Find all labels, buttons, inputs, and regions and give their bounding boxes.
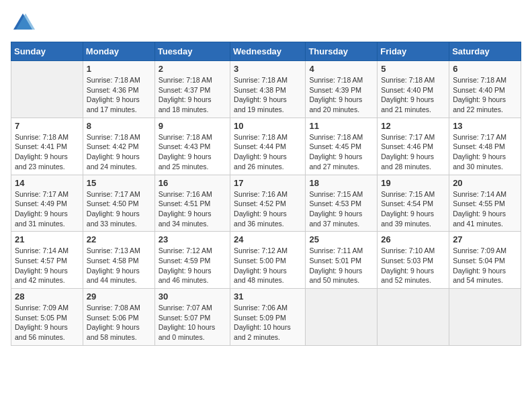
- day-info: Sunrise: 7:17 AMSunset: 4:48 PMDaylight:…: [453, 132, 517, 172]
- calendar-cell: 9Sunrise: 7:18 AMSunset: 4:43 PMDaylight…: [154, 118, 230, 175]
- calendar-cell: 24Sunrise: 7:12 AMSunset: 5:00 PMDayligh…: [230, 232, 306, 289]
- calendar-week-3: 14Sunrise: 7:17 AMSunset: 4:49 PMDayligh…: [11, 175, 521, 232]
- day-number: 26: [381, 234, 445, 244]
- day-info: Sunrise: 7:13 AMSunset: 4:58 PMDaylight:…: [87, 246, 151, 285]
- calendar-cell: 13Sunrise: 7:17 AMSunset: 4:48 PMDayligh…: [449, 118, 521, 175]
- day-number: 13: [453, 121, 517, 131]
- calendar-cell: 30Sunrise: 7:07 AMSunset: 5:07 PMDayligh…: [154, 289, 230, 346]
- day-info: Sunrise: 7:18 AMSunset: 4:41 PMDaylight:…: [15, 132, 79, 172]
- day-info: Sunrise: 7:18 AMSunset: 4:40 PMDaylight:…: [381, 75, 445, 115]
- calendar-cell: 8Sunrise: 7:18 AMSunset: 4:42 PMDaylight…: [83, 118, 154, 175]
- day-number: 27: [453, 234, 517, 244]
- calendar-cell: 1Sunrise: 7:18 AMSunset: 4:36 PMDaylight…: [83, 61, 154, 118]
- calendar-cell: 12Sunrise: 7:17 AMSunset: 4:46 PMDayligh…: [378, 118, 449, 175]
- day-number: 4: [309, 64, 373, 74]
- calendar-cell: 31Sunrise: 7:06 AMSunset: 5:09 PMDayligh…: [230, 289, 306, 346]
- header-thursday: Thursday: [306, 42, 378, 61]
- day-number: 21: [15, 234, 79, 244]
- day-number: 1: [87, 64, 151, 74]
- calendar-cell: 26Sunrise: 7:10 AMSunset: 5:03 PMDayligh…: [378, 232, 449, 289]
- day-number: 16: [159, 178, 226, 188]
- calendar-cell: 4Sunrise: 7:18 AMSunset: 4:39 PMDaylight…: [306, 61, 378, 118]
- calendar-cell: 10Sunrise: 7:18 AMSunset: 4:44 PMDayligh…: [230, 118, 306, 175]
- day-number: 7: [15, 121, 79, 131]
- calendar-cell: [449, 289, 521, 346]
- calendar-week-5: 28Sunrise: 7:09 AMSunset: 5:05 PMDayligh…: [11, 289, 521, 346]
- calendar-cell: 7Sunrise: 7:18 AMSunset: 4:41 PMDaylight…: [11, 118, 83, 175]
- header-monday: Monday: [83, 42, 154, 61]
- day-number: 3: [234, 64, 302, 74]
- day-info: Sunrise: 7:18 AMSunset: 4:40 PMDaylight:…: [453, 75, 517, 115]
- calendar-cell: 20Sunrise: 7:14 AMSunset: 4:55 PMDayligh…: [449, 175, 521, 232]
- header-tuesday: Tuesday: [154, 42, 230, 61]
- day-info: Sunrise: 7:18 AMSunset: 4:37 PMDaylight:…: [159, 75, 226, 115]
- day-info: Sunrise: 7:17 AMSunset: 4:46 PMDaylight:…: [381, 132, 445, 172]
- page-header: [11, 11, 521, 35]
- day-info: Sunrise: 7:18 AMSunset: 4:44 PMDaylight:…: [234, 132, 302, 172]
- day-number: 15: [87, 178, 151, 188]
- day-number: 29: [87, 291, 151, 302]
- day-number: 25: [309, 234, 373, 244]
- calendar-cell: 23Sunrise: 7:12 AMSunset: 4:59 PMDayligh…: [154, 232, 230, 289]
- day-info: Sunrise: 7:08 AMSunset: 5:06 PMDaylight:…: [87, 303, 151, 342]
- day-info: Sunrise: 7:09 AMSunset: 5:04 PMDaylight:…: [453, 246, 517, 285]
- day-info: Sunrise: 7:09 AMSunset: 5:05 PMDaylight:…: [15, 303, 79, 342]
- day-info: Sunrise: 7:16 AMSunset: 4:52 PMDaylight:…: [234, 189, 302, 229]
- day-number: 30: [159, 291, 226, 302]
- header-saturday: Saturday: [449, 42, 521, 61]
- calendar-cell: 22Sunrise: 7:13 AMSunset: 4:58 PMDayligh…: [83, 232, 154, 289]
- calendar-table: SundayMondayTuesdayWednesdayThursdayFrid…: [11, 42, 521, 346]
- calendar-cell: [11, 61, 83, 118]
- day-info: Sunrise: 7:18 AMSunset: 4:43 PMDaylight:…: [159, 132, 226, 172]
- calendar-cell: 16Sunrise: 7:16 AMSunset: 4:51 PMDayligh…: [154, 175, 230, 232]
- header-friday: Friday: [378, 42, 449, 61]
- day-number: 28: [15, 291, 79, 302]
- day-info: Sunrise: 7:12 AMSunset: 5:00 PMDaylight:…: [234, 246, 302, 285]
- calendar-cell: 28Sunrise: 7:09 AMSunset: 5:05 PMDayligh…: [11, 289, 83, 346]
- day-info: Sunrise: 7:16 AMSunset: 4:51 PMDaylight:…: [159, 189, 226, 229]
- day-number: 18: [309, 178, 373, 188]
- calendar-week-4: 21Sunrise: 7:14 AMSunset: 4:57 PMDayligh…: [11, 232, 521, 289]
- day-info: Sunrise: 7:18 AMSunset: 4:36 PMDaylight:…: [87, 75, 151, 115]
- header-sunday: Sunday: [11, 42, 83, 61]
- day-number: 9: [159, 121, 226, 131]
- calendar-cell: 18Sunrise: 7:15 AMSunset: 4:53 PMDayligh…: [306, 175, 378, 232]
- calendar-cell: 25Sunrise: 7:11 AMSunset: 5:01 PMDayligh…: [306, 232, 378, 289]
- day-info: Sunrise: 7:14 AMSunset: 4:57 PMDaylight:…: [15, 246, 79, 285]
- day-info: Sunrise: 7:18 AMSunset: 4:42 PMDaylight:…: [87, 132, 151, 172]
- logo-icon: [11, 11, 35, 35]
- day-info: Sunrise: 7:17 AMSunset: 4:49 PMDaylight:…: [15, 189, 79, 229]
- day-number: 31: [234, 291, 302, 302]
- calendar-cell: 2Sunrise: 7:18 AMSunset: 4:37 PMDaylight…: [154, 61, 230, 118]
- day-info: Sunrise: 7:06 AMSunset: 5:09 PMDaylight:…: [234, 303, 302, 342]
- calendar-cell: 19Sunrise: 7:15 AMSunset: 4:54 PMDayligh…: [378, 175, 449, 232]
- calendar-cell: 14Sunrise: 7:17 AMSunset: 4:49 PMDayligh…: [11, 175, 83, 232]
- calendar-cell: 3Sunrise: 7:18 AMSunset: 4:38 PMDaylight…: [230, 61, 306, 118]
- calendar-header-row: SundayMondayTuesdayWednesdayThursdayFrid…: [11, 42, 521, 61]
- day-number: 5: [381, 64, 445, 74]
- calendar-cell: 6Sunrise: 7:18 AMSunset: 4:40 PMDaylight…: [449, 61, 521, 118]
- day-number: 23: [159, 234, 226, 244]
- calendar-cell: 11Sunrise: 7:18 AMSunset: 4:45 PMDayligh…: [306, 118, 378, 175]
- calendar-week-2: 7Sunrise: 7:18 AMSunset: 4:41 PMDaylight…: [11, 118, 521, 175]
- day-number: 11: [309, 121, 373, 131]
- day-info: Sunrise: 7:18 AMSunset: 4:45 PMDaylight:…: [309, 132, 373, 172]
- logo: [11, 11, 38, 35]
- day-info: Sunrise: 7:07 AMSunset: 5:07 PMDaylight:…: [159, 303, 226, 342]
- day-number: 22: [87, 234, 151, 244]
- day-number: 6: [453, 64, 517, 74]
- day-info: Sunrise: 7:17 AMSunset: 4:50 PMDaylight:…: [87, 189, 151, 229]
- header-wednesday: Wednesday: [230, 42, 306, 61]
- day-number: 12: [381, 121, 445, 131]
- day-number: 8: [87, 121, 151, 131]
- day-number: 19: [381, 178, 445, 188]
- day-number: 17: [234, 178, 302, 188]
- calendar-cell: [378, 289, 449, 346]
- calendar-cell: 29Sunrise: 7:08 AMSunset: 5:06 PMDayligh…: [83, 289, 154, 346]
- day-info: Sunrise: 7:10 AMSunset: 5:03 PMDaylight:…: [381, 246, 445, 285]
- day-info: Sunrise: 7:12 AMSunset: 4:59 PMDaylight:…: [159, 246, 226, 285]
- calendar-cell: 15Sunrise: 7:17 AMSunset: 4:50 PMDayligh…: [83, 175, 154, 232]
- calendar-cell: 5Sunrise: 7:18 AMSunset: 4:40 PMDaylight…: [378, 61, 449, 118]
- calendar-week-1: 1Sunrise: 7:18 AMSunset: 4:36 PMDaylight…: [11, 61, 521, 118]
- day-info: Sunrise: 7:15 AMSunset: 4:53 PMDaylight:…: [309, 189, 373, 229]
